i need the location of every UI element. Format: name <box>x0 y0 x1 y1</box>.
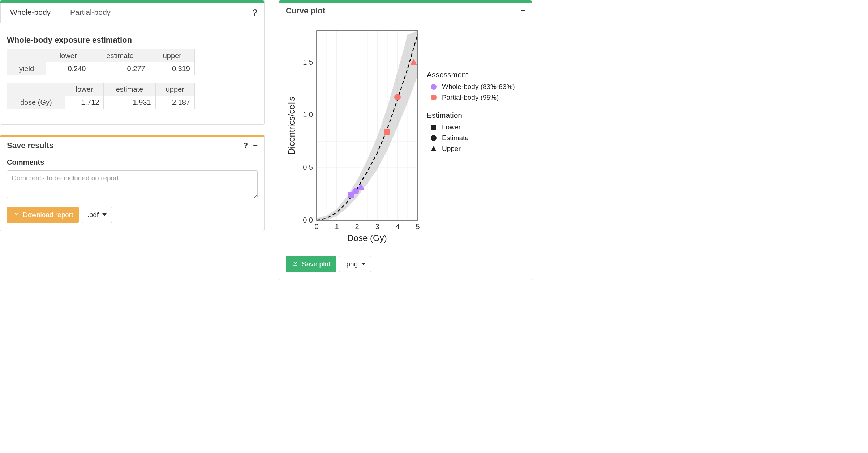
save-results-panel: Save results ? − Comments Download repor… <box>0 135 265 231</box>
legend-lower-label: Lower <box>442 123 461 131</box>
svg-marker-43 <box>431 146 437 151</box>
comments-input[interactable] <box>7 170 258 198</box>
svg-text:1.0: 1.0 <box>303 111 313 118</box>
report-format-select[interactable]: .pdf <box>82 207 112 223</box>
triangle-icon <box>430 146 437 152</box>
svg-point-39 <box>431 84 437 90</box>
download-icon <box>292 259 299 268</box>
legend-item-estimate: Estimate <box>430 134 515 142</box>
table-row: yield 0.240 0.277 0.319 <box>7 62 195 76</box>
col-header-lower: lower <box>46 49 90 62</box>
legend-whole-label: Whole-body (83%-83%) <box>442 83 515 91</box>
section-title-estimation: Whole-body exposure estimation <box>7 35 258 45</box>
svg-point-24 <box>394 94 401 100</box>
chevron-down-icon <box>102 213 107 216</box>
exposure-tabs: Whole-body Partial-body ? <box>0 3 264 23</box>
collapse-icon[interactable]: − <box>253 142 258 150</box>
svg-text:4: 4 <box>395 223 399 230</box>
svg-text:2: 2 <box>355 223 359 230</box>
svg-text:5: 5 <box>416 223 420 230</box>
curve-plot-panel: Curve plot − 0123450.00.51.01.5Dose (Gy)… <box>279 0 532 280</box>
circle-icon <box>430 83 437 90</box>
help-icon[interactable]: ? <box>246 3 264 23</box>
dose-lower: 1.712 <box>65 96 104 109</box>
report-format-value: .pdf <box>87 211 99 219</box>
svg-rect-23 <box>384 129 390 135</box>
legend-item-upper: Upper <box>430 145 515 153</box>
col-header-upper: upper <box>155 83 194 96</box>
chevron-down-icon <box>361 263 366 265</box>
legend-estimation-title: Estimation <box>427 111 515 120</box>
svg-text:0: 0 <box>314 223 318 230</box>
download-icon <box>13 210 20 219</box>
legend-assessment-title: Assessment <box>427 70 515 79</box>
svg-text:1.5: 1.5 <box>303 58 313 66</box>
yield-lower: 0.240 <box>46 62 90 76</box>
plot-format-select[interactable]: .png <box>339 256 371 272</box>
svg-text:Dose (Gy): Dose (Gy) <box>347 233 387 243</box>
panel-title-save: Save results <box>7 141 54 150</box>
chart-legend: Assessment Whole-body (83%-83%) Partial-… <box>427 23 515 162</box>
circle-icon <box>430 94 437 101</box>
tab-partial-body[interactable]: Partial-body <box>60 3 120 23</box>
col-header-estimate: estimate <box>90 49 150 62</box>
save-plot-label: Save plot <box>302 260 330 268</box>
help-icon[interactable]: ? <box>243 142 248 150</box>
yield-upper: 0.319 <box>150 62 194 76</box>
yield-table: lower estimate upper yield 0.240 0.277 0… <box>7 49 195 76</box>
legend-estimate-label: Estimate <box>442 134 469 142</box>
legend-upper-label: Upper <box>442 145 461 153</box>
legend-item-lower: Lower <box>430 123 515 131</box>
table-row: dose (Gy) 1.712 1.931 2.187 <box>7 96 195 109</box>
row-label-yield: yield <box>7 62 46 76</box>
dose-estimate: 1.931 <box>104 96 155 109</box>
dose-table: lower estimate upper dose (Gy) 1.712 1.9… <box>7 83 195 109</box>
tab-whole-body[interactable]: Whole-body <box>0 3 60 23</box>
col-header-estimate: estimate <box>104 83 155 96</box>
svg-point-42 <box>431 135 437 141</box>
legend-partial-label: Partial-body (95%) <box>442 94 499 102</box>
plot-format-value: .png <box>344 260 358 268</box>
panel-title-curve: Curve plot <box>286 6 325 16</box>
svg-text:Dicentrics/cells: Dicentrics/cells <box>287 96 296 154</box>
save-plot-button[interactable]: Save plot <box>286 256 336 272</box>
legend-item-partial: Partial-body (95%) <box>430 94 515 102</box>
square-icon <box>430 124 437 130</box>
comments-label: Comments <box>7 158 258 167</box>
blank-header <box>7 83 65 96</box>
legend-item-whole: Whole-body (83%-83%) <box>430 83 515 91</box>
exposure-panel: Whole-body Partial-body ? Whole-body exp… <box>0 0 265 125</box>
collapse-icon[interactable]: − <box>520 7 525 15</box>
circle-icon <box>430 135 437 141</box>
dose-upper: 2.187 <box>155 96 194 109</box>
curve-plot-chart: 0123450.00.51.01.5Dose (Gy)Dicentrics/ce… <box>286 23 423 249</box>
download-report-label: Download report <box>23 211 73 219</box>
blank-header <box>7 49 46 62</box>
svg-point-40 <box>431 95 437 100</box>
yield-estimate: 0.277 <box>90 62 150 76</box>
svg-rect-41 <box>431 125 436 130</box>
svg-text:3: 3 <box>375 223 379 230</box>
svg-text:1: 1 <box>335 223 339 230</box>
row-label-dose: dose (Gy) <box>7 96 65 109</box>
col-header-upper: upper <box>150 49 194 62</box>
svg-text:0.0: 0.0 <box>303 216 313 224</box>
download-report-button[interactable]: Download report <box>7 207 79 223</box>
svg-text:0.5: 0.5 <box>303 163 313 171</box>
col-header-lower: lower <box>65 83 104 96</box>
